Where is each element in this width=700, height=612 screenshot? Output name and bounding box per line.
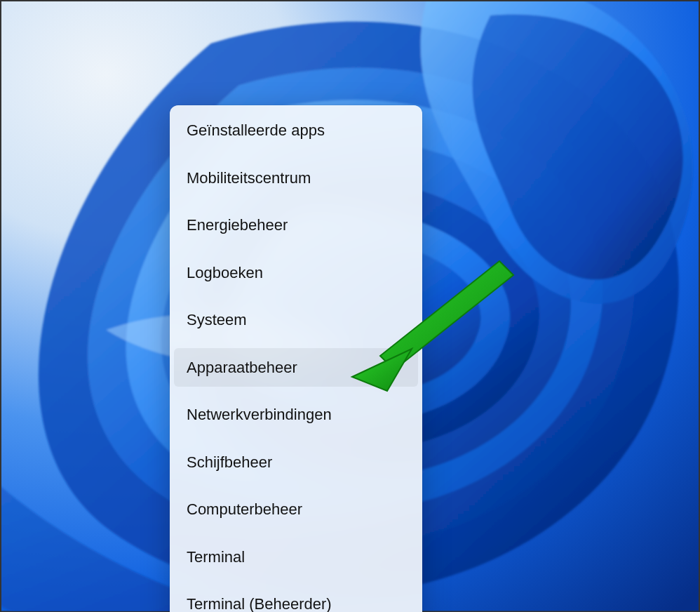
menu-item-terminal-admin[interactable]: Terminal (Beheerder) (174, 585, 418, 612)
menu-item-computer-management[interactable]: Computerbeheer (174, 490, 418, 529)
menu-item-system[interactable]: Systeem (174, 300, 418, 340)
menu-item-power-options[interactable]: Energiebeheer (174, 206, 418, 245)
menu-item-network-connections[interactable]: Netwerkverbindingen (174, 395, 418, 434)
menu-item-event-viewer[interactable]: Logboeken (174, 253, 418, 293)
menu-item-disk-management[interactable]: Schijfbeheer (174, 443, 418, 482)
winx-context-menu[interactable]: Geïnstalleerde apps Mobiliteitscentrum E… (170, 105, 422, 612)
menu-item-terminal[interactable]: Terminal (174, 538, 418, 577)
menu-item-installed-apps[interactable]: Geïnstalleerde apps (174, 111, 418, 150)
menu-item-mobility-center[interactable]: Mobiliteitscentrum (174, 159, 418, 198)
menu-item-device-manager[interactable]: Apparaatbeheer (174, 348, 418, 387)
viewport: Geïnstalleerde apps Mobiliteitscentrum E… (0, 0, 700, 612)
